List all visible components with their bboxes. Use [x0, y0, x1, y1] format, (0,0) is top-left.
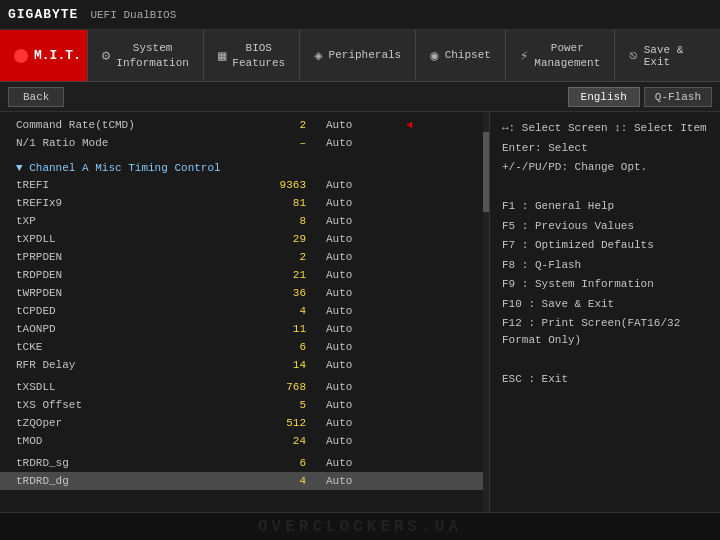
setting-name: tRDRD_dg — [16, 475, 246, 487]
setting-mode: Auto — [326, 215, 406, 227]
bios-features-label: BIOSFeatures — [232, 41, 285, 70]
setting-value: – — [246, 137, 326, 149]
mit-circle-icon — [14, 49, 28, 63]
setting-mode: Auto — [326, 233, 406, 245]
setting-value: 5 — [246, 399, 326, 411]
setting-value: 6 — [246, 457, 326, 469]
help-line — [502, 351, 708, 368]
table-row[interactable]: tCKE6Auto — [0, 338, 489, 356]
setting-name: tRDRD_sg — [16, 457, 246, 469]
nav-bar: M.I.T. ⚙ SystemInformation ▦ BIOSFeature… — [0, 30, 720, 82]
table-row[interactable]: tRDRD_sg6Auto — [0, 454, 489, 472]
help-line: +/-/PU/PD: Change Opt. — [502, 159, 708, 176]
system-information-icon: ⚙ — [102, 47, 110, 64]
table-row[interactable]: tRDRD_dg4Auto — [0, 472, 489, 490]
setting-value: 6 — [246, 341, 326, 353]
setting-value: 4 — [246, 305, 326, 317]
setting-name: Command Rate(tCMD) — [16, 119, 246, 131]
setting-mode: Auto — [326, 251, 406, 263]
table-row[interactable]: tWRPDEN36Auto — [0, 284, 489, 302]
save-exit-label: Save & Exit — [644, 44, 706, 68]
bios-features-icon: ▦ — [218, 47, 226, 64]
help-line: Enter: Select — [502, 140, 708, 157]
setting-name: tCKE — [16, 341, 246, 353]
table-row[interactable]: tREFIx981Auto — [0, 194, 489, 212]
setting-name: tXP — [16, 215, 246, 227]
setting-value: 14 — [246, 359, 326, 371]
setting-mode: Auto — [326, 197, 406, 209]
back-button[interactable]: Back — [8, 87, 64, 107]
table-row[interactable]: tPRPDEN2Auto — [0, 248, 489, 266]
nav-item-power-management[interactable]: ⚡ PowerManagement — [505, 30, 614, 81]
setting-mode: Auto — [326, 417, 406, 429]
table-row[interactable]: Command Rate(tCMD)2Auto◄ — [0, 116, 489, 134]
main-content: Command Rate(tCMD)2Auto◄N/1 Ratio Mode–A… — [0, 112, 720, 512]
setting-name: tPRPDEN — [16, 251, 246, 263]
help-line: F7 : Optimized Defaults — [502, 237, 708, 254]
power-management-label: PowerManagement — [534, 41, 600, 70]
table-row[interactable]: tCPDED4Auto — [0, 302, 489, 320]
setting-value: 512 — [246, 417, 326, 429]
setting-name: tXS Offset — [16, 399, 246, 411]
arrow-indicator-icon: ◄ — [406, 119, 418, 131]
nav-item-bios-features[interactable]: ▦ BIOSFeatures — [203, 30, 299, 81]
help-line — [502, 179, 708, 196]
setting-value: 8 — [246, 215, 326, 227]
setting-mode: Auto — [326, 435, 406, 447]
nav-item-chipset[interactable]: ◉ Chipset — [415, 30, 505, 81]
setting-value: 24 — [246, 435, 326, 447]
setting-mode: Auto — [326, 399, 406, 411]
setting-name: RFR Delay — [16, 359, 246, 371]
section-header-label: ▼ Channel A Misc Timing Control — [16, 162, 246, 174]
setting-value: 11 — [246, 323, 326, 335]
qflash-button[interactable]: Q-Flash — [644, 87, 712, 107]
nav-item-peripherals[interactable]: ◈ Peripherals — [299, 30, 415, 81]
table-row[interactable]: tZQOper512Auto — [0, 414, 489, 432]
setting-value: 29 — [246, 233, 326, 245]
setting-value: 2 — [246, 119, 326, 131]
table-row[interactable]: tXSDLL768Auto — [0, 378, 489, 396]
setting-value: 4 — [246, 475, 326, 487]
setting-name: tXPDLL — [16, 233, 246, 245]
mit-button[interactable]: M.I.T. — [0, 30, 87, 81]
help-line: ESC : Exit — [502, 371, 708, 388]
setting-mode: Auto — [326, 341, 406, 353]
setting-mode: Auto — [326, 287, 406, 299]
setting-mode: Auto — [326, 119, 406, 131]
chipset-label: Chipset — [445, 48, 491, 62]
setting-name: tZQOper — [16, 417, 246, 429]
table-row[interactable]: tAONPD11Auto — [0, 320, 489, 338]
mit-label: M.I.T. — [34, 48, 81, 63]
table-row[interactable]: tXPDLL29Auto — [0, 230, 489, 248]
setting-mode: Auto — [326, 323, 406, 335]
save-exit-button[interactable]: ⎋ Save & Exit — [614, 30, 720, 81]
help-line: F8 : Q-Flash — [502, 257, 708, 274]
table-row[interactable]: RFR Delay14Auto — [0, 356, 489, 374]
setting-mode: Auto — [326, 475, 406, 487]
table-row[interactable]: N/1 Ratio Mode–Auto — [0, 134, 489, 152]
power-icon: ⚡ — [520, 47, 528, 64]
peripherals-icon: ◈ — [314, 47, 322, 64]
top-bar: GIGABYTE UEFI DualBIOS — [0, 0, 720, 30]
table-row[interactable]: tXS Offset5Auto — [0, 396, 489, 414]
setting-name: tCPDED — [16, 305, 246, 317]
table-row[interactable]: tREFI9363Auto — [0, 176, 489, 194]
save-exit-icon: ⎋ — [629, 47, 637, 64]
setting-mode: Auto — [326, 269, 406, 281]
setting-name: tXSDLL — [16, 381, 246, 393]
nav-item-system-information[interactable]: ⚙ SystemInformation — [87, 30, 203, 81]
setting-value: 2 — [246, 251, 326, 263]
help-line: F9 : System Information — [502, 276, 708, 293]
setting-mode: Auto — [326, 305, 406, 317]
bottom-bar: OVERCLOCKERS.UA — [0, 512, 720, 540]
help-line: F1 : General Help — [502, 198, 708, 215]
table-row[interactable]: tXP8Auto — [0, 212, 489, 230]
setting-name: N/1 Ratio Mode — [16, 137, 246, 149]
table-row[interactable]: tRDPDEN21Auto — [0, 266, 489, 284]
english-button[interactable]: English — [568, 87, 640, 107]
setting-name: tRDPDEN — [16, 269, 246, 281]
setting-value: 768 — [246, 381, 326, 393]
scrollbar[interactable] — [483, 112, 489, 512]
table-row[interactable]: tMOD24Auto — [0, 432, 489, 450]
setting-value: 36 — [246, 287, 326, 299]
